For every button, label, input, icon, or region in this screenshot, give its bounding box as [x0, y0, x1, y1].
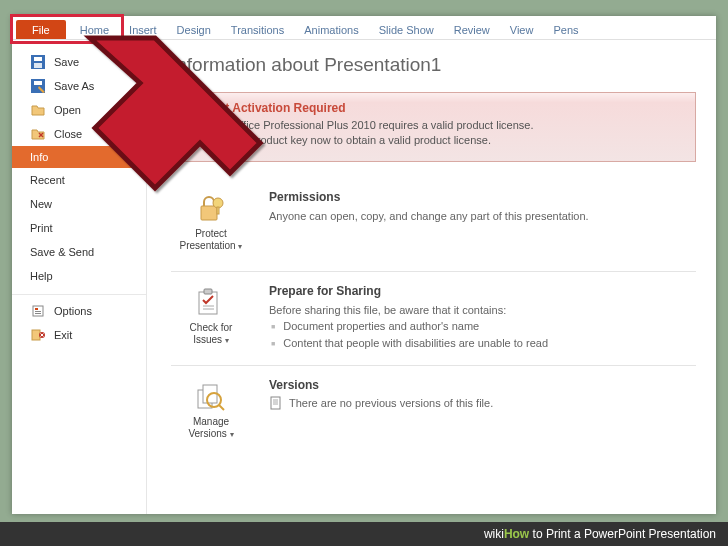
close-icon	[30, 126, 46, 142]
check-issues-icon	[195, 287, 227, 319]
ribbon-tabs: File Home Insert Design Transitions Anim…	[12, 16, 716, 40]
versions-heading: Versions	[269, 378, 696, 392]
svg-rect-26	[271, 397, 280, 409]
versions-body: There are no previous versions of this f…	[289, 397, 493, 409]
ribbon-tab-slide-show[interactable]: Slide Show	[369, 20, 444, 39]
activation-heading: Product Activation Required	[184, 101, 683, 115]
caption-rest: to Print a PowerPoint Presentation	[529, 527, 716, 541]
prepare-bullet: Document properties and author's name	[271, 318, 696, 335]
options-icon	[30, 303, 46, 319]
chevron-down-icon: ▾	[238, 242, 242, 251]
nav-save[interactable]: Save	[12, 50, 146, 74]
nav-close[interactable]: Close	[12, 122, 146, 146]
ribbon-tab-view[interactable]: View	[500, 20, 544, 39]
save-icon	[30, 54, 46, 70]
check-issues-button[interactable]: Check for Issues ▾	[171, 282, 251, 352]
nav-help[interactable]: Help	[12, 264, 146, 288]
svg-rect-10	[35, 313, 41, 314]
ribbon-tab-home[interactable]: Home	[70, 20, 119, 39]
nav-recent[interactable]: Recent	[12, 168, 146, 192]
app-window: File Home Insert Design Transitions Anim…	[12, 16, 716, 514]
svg-rect-11	[32, 330, 40, 340]
svg-rect-18	[199, 292, 217, 314]
nav-save-as-label: Save As	[54, 80, 94, 92]
ribbon-tab-pens[interactable]: Pens	[543, 20, 588, 39]
nav-new[interactable]: New	[12, 192, 146, 216]
ribbon-tab-insert[interactable]: Insert	[119, 20, 167, 39]
svg-rect-1	[34, 57, 42, 61]
manage-versions-label: Manage Versions	[188, 416, 229, 439]
permissions-body: Anyone can open, copy, and change any pa…	[269, 208, 696, 225]
nav-exit-label: Exit	[54, 329, 72, 341]
backstage-nav: Save Save As Open Close Info Recent New …	[12, 40, 147, 514]
svg-rect-19	[204, 289, 212, 294]
nav-options-label: Options	[54, 305, 92, 317]
activation-line1: Microsoft Office Professional Plus 2010 …	[184, 118, 683, 133]
permissions-heading: Permissions	[269, 190, 696, 204]
ribbon-tab-review[interactable]: Review	[444, 20, 500, 39]
protect-presentation-label: Protect Presentation	[180, 228, 236, 251]
caption-brand-prefix: wiki	[484, 527, 504, 541]
svg-rect-4	[34, 81, 42, 85]
versions-section: Manage Versions ▾ Versions There are no …	[171, 366, 696, 459]
ribbon-tab-animations[interactable]: Animations	[294, 20, 368, 39]
nav-options[interactable]: Options	[12, 299, 146, 323]
manage-versions-icon	[195, 381, 227, 413]
prepare-heading: Prepare for Sharing	[269, 284, 696, 298]
info-content: Information about Presentation1 Product …	[147, 40, 716, 514]
activation-alert: Product Activation Required Microsoft Of…	[171, 92, 696, 162]
chevron-down-icon: ▾	[230, 430, 234, 439]
open-icon	[30, 102, 46, 118]
nav-save-as[interactable]: Save As	[12, 74, 146, 98]
protect-presentation-button[interactable]: Protect Presentation ▾	[171, 188, 251, 257]
nav-info-label: Info	[30, 151, 48, 163]
nav-info[interactable]: Info	[12, 146, 146, 168]
wikihow-caption: wikiHow to Print a PowerPoint Presentati…	[0, 522, 728, 546]
page-title: Information about Presentation1	[171, 54, 696, 76]
svg-line-25	[219, 405, 224, 410]
nav-open[interactable]: Open	[12, 98, 146, 122]
activation-line2: Activate your product key now to obtain …	[184, 133, 683, 148]
prepare-section: Check for Issues ▾ Prepare for Sharing B…	[171, 272, 696, 367]
nav-open-label: Open	[54, 104, 81, 116]
prepare-bullet: Content that people with disabilities ar…	[271, 335, 696, 352]
document-icon	[269, 396, 283, 410]
svg-rect-9	[35, 311, 41, 312]
permissions-section: Protect Presentation ▾ Permissions Anyon…	[171, 178, 696, 272]
nav-close-label: Close	[54, 128, 82, 140]
caption-brand-accent: How	[504, 527, 529, 541]
ribbon-file-tab[interactable]: File	[16, 20, 66, 39]
svg-rect-2	[34, 63, 42, 68]
nav-save-label: Save	[54, 56, 79, 68]
ribbon-tab-design[interactable]: Design	[167, 20, 221, 39]
nav-save-send[interactable]: Save & Send	[12, 240, 146, 264]
exit-icon	[30, 327, 46, 343]
prepare-lead: Before sharing this file, be aware that …	[269, 302, 696, 319]
nav-exit[interactable]: Exit	[12, 323, 146, 347]
save-as-icon	[30, 78, 46, 94]
manage-versions-button[interactable]: Manage Versions ▾	[171, 376, 251, 445]
nav-print[interactable]: Print	[12, 216, 146, 240]
svg-rect-8	[35, 308, 38, 310]
svg-rect-15	[201, 206, 217, 220]
chevron-down-icon: ▾	[225, 336, 229, 345]
ribbon-tab-transitions[interactable]: Transitions	[221, 20, 294, 39]
lock-icon	[195, 193, 227, 225]
svg-rect-17	[217, 207, 219, 214]
